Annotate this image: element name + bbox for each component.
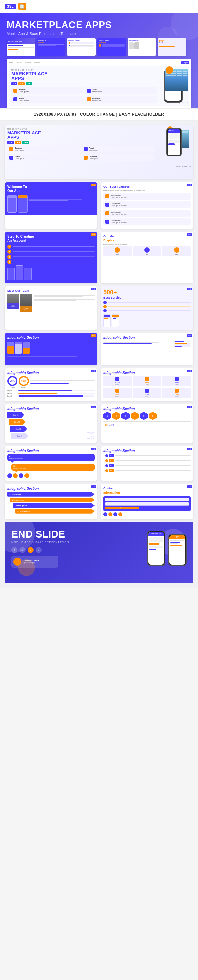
slide-num-1: 01 bbox=[91, 184, 96, 186]
menu-title: Our Menu bbox=[103, 235, 191, 238]
info-right-8 bbox=[174, 341, 191, 347]
nav-features[interactable]: Features bbox=[16, 62, 22, 64]
dimension-bar: 1920X1080 PX (16:9) | COLOR CHANGE | EAS… bbox=[0, 108, 198, 121]
slides-row-3: 03 Step To CreatingAn Account 1 2 3 bbox=[5, 232, 193, 283]
nav-portfolio[interactable]: Portfolio bbox=[33, 62, 40, 64]
info-title-11: Infographic Section bbox=[7, 407, 95, 410]
member-photo-1: NamePosition bbox=[7, 294, 19, 309]
tree-bar-4 bbox=[116, 470, 191, 471]
end-social-3[interactable]: in bbox=[27, 547, 33, 553]
badge-46: 4.6 bbox=[15, 141, 22, 144]
bar-label-2: Item 2 bbox=[7, 393, 17, 395]
feature-2: Feature TitleLorem ipsum dolor sit bbox=[103, 201, 191, 208]
preview-slide-4[interactable]: Step To Creating An Account bbox=[97, 38, 126, 56]
blog-link[interactable]: Blog bbox=[176, 165, 179, 167]
infographic-arrows: 11 Infographic Section Step 01 Step 02 S… bbox=[5, 404, 97, 443]
slide-num-15: 15 bbox=[91, 485, 96, 488]
feature-icon-3 bbox=[10, 156, 13, 160]
menu-card-2: Item bbox=[133, 247, 162, 256]
features-desc: Lorem ipsum dolor sit amet consectetur a… bbox=[103, 190, 191, 192]
feature-award: AwardLorem ipsum bbox=[82, 146, 155, 153]
chevron-3: ● Lorem ipsum bbox=[13, 503, 95, 508]
tree-tag-3: 03 bbox=[109, 464, 114, 467]
contact-field-email[interactable] bbox=[105, 502, 189, 506]
end-social-2[interactable]: t bbox=[19, 547, 25, 553]
infographic-bubbles-inner: 13 Infographic Section 01 Lorem ipsum do… bbox=[5, 446, 97, 481]
circle-1: 75% bbox=[7, 376, 17, 386]
infographic-hexagons-inner: 12 Infographic Section 1 2 3 4 5 6 ● 45%… bbox=[101, 404, 193, 436]
infographic-tree: 14 Infographic Section 01 02 bbox=[101, 446, 193, 481]
grid-icon-2 bbox=[145, 377, 149, 381]
bar-track-2 bbox=[19, 393, 95, 394]
grid-icon-6 bbox=[174, 389, 179, 393]
feature-download: DownloadLorem ipsum bbox=[82, 154, 155, 161]
steps-slide: 03 Step To CreatingAn Account 1 2 3 bbox=[5, 232, 97, 283]
step-phone-3 bbox=[24, 267, 32, 280]
footer-nav: Blog Contact Us bbox=[7, 164, 191, 167]
step-2: 2 bbox=[7, 250, 95, 254]
arrows-container: Step 01 Step 02 Step 03 Step 04 bbox=[7, 412, 95, 439]
feature-icon-4 bbox=[84, 156, 87, 160]
grid-item-4: 90% Lorem bbox=[103, 388, 131, 398]
social-icon-2[interactable]: t bbox=[108, 512, 112, 516]
service-icon-3 bbox=[103, 309, 107, 312]
slide-main-title-2: APPS bbox=[7, 135, 154, 139]
badge-50: 5.0 bbox=[22, 141, 29, 144]
phone-2 bbox=[18, 195, 27, 213]
end-slide: END SLIDE MOBILE APP & SAAS PRESENTATION… bbox=[5, 522, 193, 583]
hex-4: 4 bbox=[131, 412, 139, 420]
nav-service[interactable]: Service bbox=[25, 62, 31, 64]
slide-label: MOBILE APP & SAAS bbox=[7, 128, 154, 130]
login-button[interactable]: Log In bbox=[181, 61, 189, 64]
grid-item-1: 100% Lorem bbox=[103, 376, 131, 387]
nav-home[interactable]: Home bbox=[9, 62, 13, 64]
grid-sub-6: Lorem bbox=[163, 396, 190, 397]
fi-purple-2 bbox=[105, 220, 109, 224]
step-4: 4 bbox=[7, 260, 95, 264]
social-icon-3[interactable]: in bbox=[113, 512, 117, 516]
hex-stats: ● 45% ● 55% bbox=[103, 424, 191, 426]
infographic-curved-inner: 15 Infographic Section ● Lorem ipsum ● L… bbox=[5, 484, 97, 516]
infographic-icons-inner: 10 Infographic Section 100% Lorem 85% Lo… bbox=[101, 368, 193, 401]
slide-main-title: MARKETPLACE bbox=[7, 130, 154, 135]
bubble-icon-1 bbox=[7, 473, 12, 478]
bar-fill-2 bbox=[19, 393, 57, 394]
service-item-1 bbox=[103, 301, 191, 304]
tree-tag-4: 04 bbox=[109, 469, 114, 473]
contact-inner: 16 Contact Information Send f t in ig bbox=[101, 484, 193, 519]
contact-field-name[interactable] bbox=[105, 498, 189, 501]
phone-1 bbox=[7, 195, 17, 213]
arrow-2: Step 02 bbox=[9, 419, 25, 425]
info-title-purple: Infographic Section bbox=[7, 336, 95, 340]
social-icon-1[interactable]: f bbox=[103, 512, 108, 516]
circle-stat-2: 60% Lorem bbox=[19, 376, 29, 388]
chevron-1: ● Lorem ipsum bbox=[7, 492, 95, 496]
menu-icon-2 bbox=[144, 247, 150, 253]
gsl-badge: GSL bbox=[5, 4, 16, 10]
grid-icon-3 bbox=[174, 377, 179, 381]
end-social-4[interactable]: ig bbox=[36, 547, 41, 553]
contact-link[interactable]: Contact Us bbox=[182, 165, 191, 167]
contact-social: f t in ig bbox=[103, 512, 191, 516]
preview-slide-1[interactable]: MARKETPLACE APPS bbox=[7, 38, 35, 56]
social-icon-4[interactable]: ig bbox=[119, 512, 122, 516]
slides-row-4: 05 Meet Our Team NamePosition Name bbox=[5, 286, 193, 330]
infographic-arrows-inner: 11 Infographic Section Step 01 Step 02 S… bbox=[5, 404, 97, 443]
welcome-text-content bbox=[29, 195, 95, 213]
preview-slide-2[interactable]: Welcome To Our App bbox=[37, 38, 65, 56]
profile-card: Alexander Smith App Developer bbox=[11, 556, 59, 568]
send-button[interactable]: Send bbox=[105, 507, 139, 509]
info-title-12: Infographic Section bbox=[103, 407, 191, 410]
deco-circle-2 bbox=[158, 27, 178, 47]
hero-text: MOBILE APP & SAAS MARKETPLACE APPS 4.9 4… bbox=[7, 128, 154, 162]
hero-slide: MOBILE APP & SAAS MARKETPLACE APPS 4.9 4… bbox=[5, 125, 193, 179]
slide-num-16: 16 bbox=[187, 485, 192, 488]
preview-slide-5[interactable]: Meet Our Team bbox=[128, 38, 156, 56]
end-text: END SLIDE MOBILE APP & SAAS PRESENTATION… bbox=[11, 529, 142, 568]
infographic-slide-white: 08 Infographic Section bbox=[101, 333, 193, 365]
menu-icon-1 bbox=[115, 247, 120, 253]
welcome-title: Welcome ToOur App bbox=[7, 185, 95, 193]
tree-dot-2 bbox=[105, 459, 108, 462]
preview-slide-3[interactable]: Our Best Features bbox=[67, 38, 96, 56]
end-social-1[interactable]: f bbox=[11, 547, 17, 553]
